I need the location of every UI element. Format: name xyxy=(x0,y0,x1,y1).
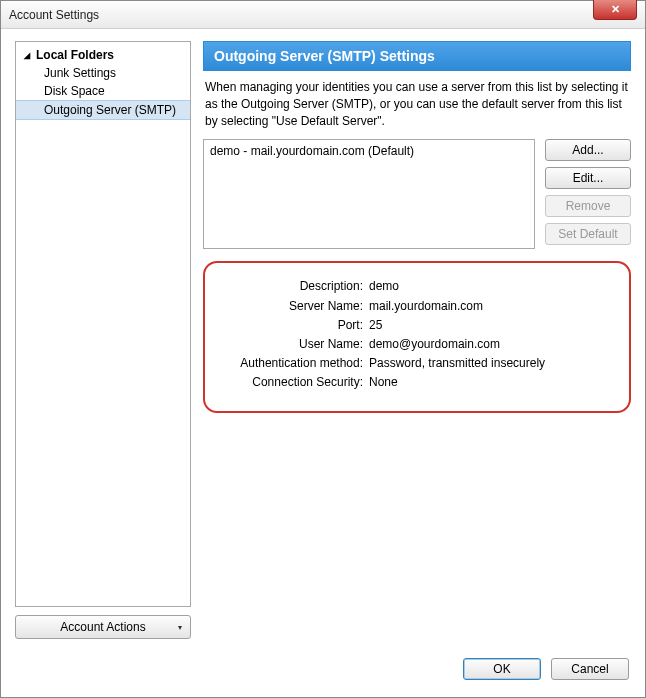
detail-row-server-name: Server Name: mail.yourdomain.com xyxy=(219,297,615,316)
detail-row-auth-method: Authentication method: Password, transmi… xyxy=(219,354,615,373)
tree-item-outgoing-server[interactable]: Outgoing Server (SMTP) xyxy=(16,100,190,120)
detail-label: Connection Security: xyxy=(219,373,369,392)
panel-header: Outgoing Server (SMTP) Settings xyxy=(203,41,631,71)
panel-header-label: Outgoing Server (SMTP) Settings xyxy=(214,48,435,64)
close-button[interactable]: ✕ xyxy=(593,0,637,20)
detail-label: Authentication method: xyxy=(219,354,369,373)
tree-item-label: Disk Space xyxy=(44,84,105,98)
detail-row-port: Port: 25 xyxy=(219,316,615,335)
detail-row-description: Description: demo xyxy=(219,277,615,296)
tree-item-label: Outgoing Server (SMTP) xyxy=(44,103,176,117)
detail-value: 25 xyxy=(369,316,615,335)
account-settings-window: Account Settings ✕ ◢ Local Folders Junk … xyxy=(0,0,646,698)
content-area: ◢ Local Folders Junk Settings Disk Space… xyxy=(1,29,645,651)
titlebar: Account Settings ✕ xyxy=(1,1,645,29)
detail-label: User Name: xyxy=(219,335,369,354)
main-panel: Outgoing Server (SMTP) Settings When man… xyxy=(203,41,631,639)
sidebar: ◢ Local Folders Junk Settings Disk Space… xyxy=(15,41,191,639)
detail-value: demo xyxy=(369,277,615,296)
cancel-button[interactable]: Cancel xyxy=(551,658,629,680)
collapse-arrow-icon: ◢ xyxy=(24,51,34,60)
add-button[interactable]: Add... xyxy=(545,139,631,161)
detail-value: None xyxy=(369,373,615,392)
ok-button[interactable]: OK xyxy=(463,658,541,680)
detail-row-connection-security: Connection Security: None xyxy=(219,373,615,392)
panel-description: When managing your identities you can us… xyxy=(203,71,631,139)
tree-parent-local-folders[interactable]: ◢ Local Folders xyxy=(16,46,190,64)
detail-label: Port: xyxy=(219,316,369,335)
smtp-server-item[interactable]: demo - mail.yourdomain.com (Default) xyxy=(210,143,528,159)
detail-value: demo@yourdomain.com xyxy=(369,335,615,354)
server-details-box: Description: demo Server Name: mail.your… xyxy=(203,261,631,412)
chevron-down-icon: ▾ xyxy=(178,623,182,632)
tree-item-disk-space[interactable]: Disk Space xyxy=(16,82,190,100)
detail-label: Description: xyxy=(219,277,369,296)
detail-value: mail.yourdomain.com xyxy=(369,297,615,316)
tree-item-label: Junk Settings xyxy=(44,66,116,80)
dialog-footer: OK Cancel xyxy=(1,651,645,697)
tree-item-junk-settings[interactable]: Junk Settings xyxy=(16,64,190,82)
detail-value: Password, transmitted insecurely xyxy=(369,354,615,373)
server-button-column: Add... Edit... Remove Set Default xyxy=(545,139,631,249)
smtp-server-list[interactable]: demo - mail.yourdomain.com (Default) xyxy=(203,139,535,249)
window-title: Account Settings xyxy=(9,8,99,22)
server-row: demo - mail.yourdomain.com (Default) Add… xyxy=(203,139,631,249)
close-icon: ✕ xyxy=(611,3,620,15)
remove-button: Remove xyxy=(545,195,631,217)
tree-parent-label: Local Folders xyxy=(36,48,114,62)
account-actions-button[interactable]: Account Actions ▾ xyxy=(15,615,191,639)
account-tree[interactable]: ◢ Local Folders Junk Settings Disk Space… xyxy=(15,41,191,607)
detail-label: Server Name: xyxy=(219,297,369,316)
account-actions-label: Account Actions xyxy=(60,620,145,634)
set-default-button: Set Default xyxy=(545,223,631,245)
detail-row-user-name: User Name: demo@yourdomain.com xyxy=(219,335,615,354)
edit-button[interactable]: Edit... xyxy=(545,167,631,189)
